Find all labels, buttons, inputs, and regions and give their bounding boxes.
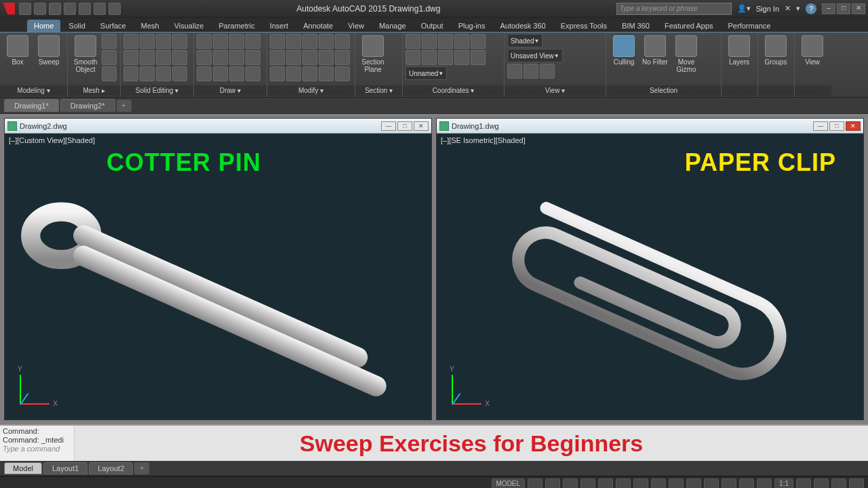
draw-tool-icon[interactable] [213,34,228,49]
draw-tool-icon[interactable] [229,34,244,49]
draw-tool-icon[interactable] [245,34,260,49]
new-drawing-tab-button[interactable]: + [117,100,132,112]
panel-label[interactable]: Section ▾ [355,85,402,96]
ribbon-tab-surface[interactable]: Surface [94,20,133,32]
ucs-tool-icon[interactable] [454,34,469,49]
section-plane-button[interactable]: Section Plane [358,34,388,75]
layers-button[interactable]: Layers [724,34,754,67]
ucs-tool-icon[interactable] [438,50,453,65]
ucs-name-dropdown[interactable]: Unnamed▼ [406,66,447,80]
draw-tool-icon[interactable] [197,66,212,81]
ucs-tool-icon[interactable] [406,50,420,65]
lineweight-toggle-icon[interactable] [651,479,666,489]
ribbon-tab-solid[interactable]: Solid [62,20,92,32]
ortho-toggle-icon[interactable] [563,479,578,489]
layout-tab[interactable]: Layout1 [43,462,87,474]
solidedit-tool-icon[interactable] [156,66,171,81]
saveas-icon[interactable] [64,3,76,15]
modify-tool-icon[interactable] [319,50,334,65]
solidedit-tool-icon[interactable] [140,50,155,65]
draw-tool-icon[interactable] [197,50,212,65]
filter-button[interactable]: No Filter [640,34,670,67]
search-input[interactable]: Type a keyword or phrase [616,3,732,15]
draw-tool-icon[interactable] [229,50,244,65]
ribbon-tab-featured[interactable]: Featured Apps [658,20,720,32]
grid-toggle-icon[interactable] [528,479,542,489]
ribbon-tab-mesh[interactable]: Mesh [134,20,166,32]
dynamic-input-icon[interactable] [722,479,736,489]
view-button[interactable]: View [797,34,827,67]
solidedit-tool-icon[interactable] [123,50,138,65]
stayconnected-icon[interactable]: ▾ [796,4,800,13]
clean-screen-icon[interactable] [831,479,846,489]
vp-minimize-button[interactable]: — [381,121,396,131]
modify-tool-icon[interactable] [335,34,350,49]
modify-tool-icon[interactable] [286,50,301,65]
customize-status-icon[interactable] [849,479,864,489]
solidedit-tool-icon[interactable] [123,66,138,81]
command-input[interactable]: Type a command [3,445,71,453]
sweep-button[interactable]: Sweep [34,34,64,67]
close-button[interactable]: ✕ [852,3,865,14]
groups-button[interactable]: Groups [761,34,791,67]
ribbon-tab-performance[interactable]: Performance [722,20,778,32]
viewport-canvas[interactable]: [–][SE Isometric][Shaded] PAPER CLIP [437,134,863,420]
ucs-tool-icon[interactable] [471,50,486,65]
ribbon-tab-insert[interactable]: Insert [263,20,296,32]
panel-label[interactable]: Modeling ▾ [0,85,67,96]
view-tool-icon[interactable] [524,64,538,79]
panel-label[interactable]: Modify ▾ [267,85,355,96]
cycling-toggle-icon[interactable] [686,479,701,489]
solidedit-tool-icon[interactable] [172,50,187,65]
otrack-toggle-icon[interactable] [633,479,648,489]
ribbon-tab-annotate[interactable]: Annotate [296,20,340,32]
snap-toggle-icon[interactable] [545,479,560,489]
modify-tool-icon[interactable] [335,50,350,65]
annotation-scale[interactable]: 1:1 [774,479,793,489]
panel-label[interactable]: Draw ▾ [194,85,267,96]
dynamic-ucs-icon[interactable] [704,479,719,489]
modify-tool-icon[interactable] [319,34,334,49]
minimize-button[interactable]: – [822,3,835,14]
solidedit-tool-icon[interactable] [172,34,187,49]
modify-tool-icon[interactable] [270,34,285,49]
modify-tool-icon[interactable] [286,66,301,81]
vp-close-button[interactable]: ✕ [846,121,861,131]
maximize-button[interactable]: □ [837,3,850,14]
ucs-tool-icon[interactable] [471,34,486,49]
mesh-tool-icon[interactable] [102,66,117,81]
transparency-toggle-icon[interactable] [669,479,684,489]
modify-tool-icon[interactable] [286,34,301,49]
annotation-monitor-icon[interactable] [757,479,772,489]
drawing-tab[interactable]: Drawing2* [60,99,115,112]
draw-tool-icon[interactable] [229,66,244,81]
vp-maximize-button[interactable]: □ [397,121,412,131]
print-icon[interactable] [79,3,91,15]
save-icon[interactable] [49,3,61,15]
model-tab[interactable]: Model [4,462,42,474]
gizmo-button[interactable]: Move Gizmo [671,34,701,75]
sign-in-button[interactable]: Sign In [756,5,779,13]
open-icon[interactable] [34,3,46,15]
culling-button[interactable]: Culling [609,34,639,67]
ribbon-tab-view[interactable]: View [341,20,371,32]
visual-style-dropdown[interactable]: Shaded▼ [507,34,542,47]
mesh-tool-icon[interactable] [102,50,117,65]
vp-close-button[interactable]: ✕ [414,121,429,131]
modify-tool-icon[interactable] [270,66,285,81]
panel-label[interactable]: View ▾ [505,85,606,96]
infocenter-icon[interactable]: 👤▾ [737,4,751,13]
redo-icon[interactable] [108,3,121,15]
ucs-tool-icon[interactable] [406,34,420,49]
solidedit-tool-icon[interactable] [140,66,155,81]
solidedit-tool-icon[interactable] [140,34,155,49]
polar-toggle-icon[interactable] [580,479,595,489]
help-icon[interactable]: ? [806,3,816,14]
view-tool-icon[interactable] [540,64,555,79]
modify-tool-icon[interactable] [335,66,350,81]
modify-tool-icon[interactable] [270,50,285,65]
ucs-icon[interactable] [14,363,62,410]
solidedit-tool-icon[interactable] [156,34,171,49]
undo-icon[interactable] [94,3,106,15]
ucs-tool-icon[interactable] [454,50,469,65]
